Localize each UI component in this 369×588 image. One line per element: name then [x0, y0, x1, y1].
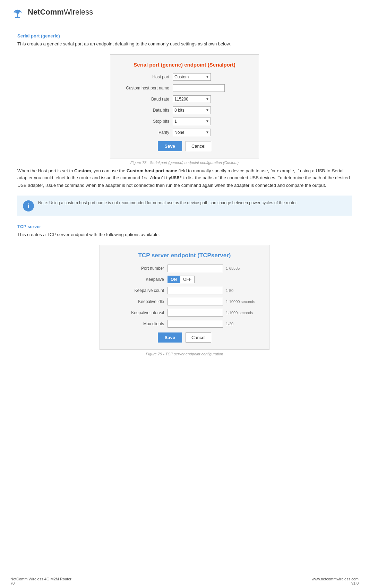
- tcp-server-save-button[interactable]: Save: [158, 332, 182, 343]
- logo: NetCommWireless: [10, 5, 93, 19]
- stop-bits-arrow: ▼: [206, 119, 209, 123]
- tcp-server-dialog: TCP server endpoint (TCPserver) Port num…: [100, 245, 269, 350]
- parity-arrow: ▼: [206, 130, 209, 134]
- section-serial-port: Serial port (generic) This creates a gen…: [17, 33, 352, 216]
- max-clients-range: 1-20: [226, 322, 233, 326]
- keepalive-count-range: 1-50: [226, 288, 233, 293]
- tcp-server-dialog-wrapper: TCP server endpoint (TCPserver) Port num…: [17, 245, 352, 356]
- keepalive-interval-control[interactable]: 1-1000 seconds: [168, 309, 253, 317]
- port-number-range: 1-65535: [226, 266, 240, 270]
- serial-port-dialog-wrapper: Serial port (generic) endpoint (Serialpo…: [17, 54, 352, 165]
- baud-rate-control[interactable]: 115200 ▼: [173, 95, 211, 103]
- port-number-input[interactable]: [168, 265, 223, 272]
- section2-heading: TCP server: [17, 224, 352, 229]
- header: NetCommWireless: [0, 0, 369, 23]
- custom-host-port-control[interactable]: [173, 84, 225, 92]
- tcp-server-buttons: Save Cancel: [110, 332, 259, 343]
- tcp-server-fig-caption: Figure 79 - TCP server endpoint configur…: [146, 352, 223, 356]
- tcp-server-cancel-button[interactable]: Cancel: [186, 332, 211, 343]
- info-note-box: i Note: Using a custom host port name is…: [17, 196, 352, 216]
- footer-version: v1.0: [312, 581, 359, 585]
- keepalive-count-label: Keepalive count: [110, 288, 164, 293]
- custom-host-port-input[interactable]: [173, 84, 225, 92]
- footer-page-number: 70: [10, 581, 71, 585]
- max-clients-control[interactable]: 1-20: [168, 320, 233, 328]
- keepalive-label: Keepalive: [110, 277, 164, 282]
- section1-heading: Serial port (generic): [17, 33, 352, 38]
- body-text-custom1: Custom: [74, 168, 91, 173]
- keepalive-idle-control[interactable]: 1-10000 seconds: [168, 298, 255, 305]
- parity-value: None: [174, 130, 204, 135]
- stop-bits-value: 1: [174, 119, 204, 124]
- host-port-value: Custom: [174, 75, 204, 79]
- keepalive-toggle[interactable]: ON OFF: [168, 276, 195, 283]
- section-tcp-server: TCP server This creates a TCP server end…: [17, 224, 352, 356]
- footer: NetComm Wireless 4G M2M Router 70 www.ne…: [0, 574, 369, 588]
- data-bits-select[interactable]: 8 bits ▼: [173, 106, 211, 114]
- baud-rate-select[interactable]: 115200 ▼: [173, 95, 211, 103]
- body-text-custom-host: Custom host port name: [127, 168, 177, 173]
- baud-rate-row: Baud rate 115200 ▼: [121, 95, 248, 103]
- baud-rate-value: 115200: [174, 97, 204, 102]
- footer-website: www.netcommwireless.com: [312, 577, 359, 581]
- serial-port-cancel-button[interactable]: Cancel: [186, 141, 211, 151]
- data-bits-row: Data bits 8 bits ▼: [121, 106, 248, 114]
- data-bits-label: Data bits: [121, 108, 169, 113]
- parity-label: Parity: [121, 130, 169, 135]
- max-clients-input[interactable]: [168, 320, 223, 328]
- serial-port-dialog: Serial port (generic) endpoint (Serialpo…: [110, 54, 259, 158]
- data-bits-value: 8 bits: [174, 108, 204, 113]
- keepalive-idle-range: 1-10000 seconds: [226, 300, 255, 304]
- keepalive-row: Keepalive ON OFF: [110, 276, 259, 283]
- data-bits-arrow: ▼: [206, 108, 209, 112]
- serial-port-fig-caption: Figure 78 - Serial port (generic) endpoi…: [130, 161, 239, 165]
- keepalive-count-row: Keepalive count 1-50: [110, 287, 259, 294]
- body-text-paragraph: When the Host port is set to Custom, you…: [17, 167, 352, 189]
- port-number-label: Port number: [110, 266, 164, 271]
- main-content: Serial port (generic) This creates a gen…: [0, 23, 369, 387]
- keepalive-count-control[interactable]: 1-50: [168, 287, 233, 294]
- data-bits-control[interactable]: 8 bits ▼: [173, 106, 211, 114]
- baud-rate-arrow: ▼: [206, 97, 209, 101]
- keepalive-idle-input[interactable]: [168, 298, 223, 305]
- keepalive-idle-label: Keepalive idle: [110, 299, 164, 304]
- host-port-control[interactable]: Custom ▼: [173, 73, 211, 81]
- section1-description: This creates a generic serial port as an…: [17, 41, 352, 47]
- keepalive-interval-range: 1-1000 seconds: [226, 311, 253, 315]
- stop-bits-label: Stop bits: [121, 119, 169, 124]
- body-text-p1-start: When the Host port is set to: [17, 168, 74, 173]
- keepalive-idle-row: Keepalive idle 1-10000 seconds: [110, 298, 259, 305]
- host-port-arrow: ▼: [206, 75, 209, 79]
- parity-select[interactable]: None ▼: [173, 129, 211, 136]
- stop-bits-select[interactable]: 1 ▼: [173, 118, 211, 125]
- stop-bits-row: Stop bits 1 ▼: [121, 118, 248, 125]
- keepalive-interval-input[interactable]: [168, 309, 223, 317]
- keepalive-count-input[interactable]: [168, 287, 223, 294]
- body-text-command: ls /dev/ttyUSB*: [141, 175, 182, 181]
- keepalive-interval-row: Keepalive interval 1-1000 seconds: [110, 309, 259, 317]
- serial-port-save-button[interactable]: Save: [158, 141, 182, 151]
- port-number-row: Port number 1-65535: [110, 265, 259, 272]
- host-port-label: Host port: [121, 75, 169, 79]
- serial-port-dialog-title: Serial port (generic) endpoint (Serialpo…: [121, 62, 248, 68]
- footer-left: NetComm Wireless 4G M2M Router 70: [10, 577, 71, 585]
- logo-icon: [10, 5, 25, 19]
- max-clients-label: Max clients: [110, 321, 164, 326]
- host-port-row: Host port Custom ▼: [121, 73, 248, 81]
- parity-control[interactable]: None ▼: [173, 129, 211, 136]
- tcp-server-dialog-title: TCP server endpoint (TCPserver): [110, 252, 259, 259]
- baud-rate-label: Baud rate: [121, 97, 169, 102]
- logo-text: NetCommWireless: [28, 8, 93, 17]
- keepalive-off-button[interactable]: OFF: [180, 276, 195, 283]
- host-port-select[interactable]: Custom ▼: [173, 73, 211, 81]
- keepalive-interval-label: Keepalive interval: [110, 310, 164, 315]
- custom-host-port-row: Custom host port name: [121, 84, 248, 92]
- footer-product-name: NetComm Wireless 4G M2M Router: [10, 577, 71, 581]
- info-note-text: Note: Using a custom host port name is n…: [38, 200, 298, 206]
- keepalive-on-button[interactable]: ON: [168, 276, 180, 283]
- section2-description: This creates a TCP server endpoint with …: [17, 231, 352, 238]
- serial-port-buttons: Save Cancel: [121, 141, 248, 151]
- footer-right: www.netcommwireless.com v1.0: [312, 577, 359, 585]
- port-number-control[interactable]: 1-65535: [168, 265, 240, 272]
- stop-bits-control[interactable]: 1 ▼: [173, 118, 211, 125]
